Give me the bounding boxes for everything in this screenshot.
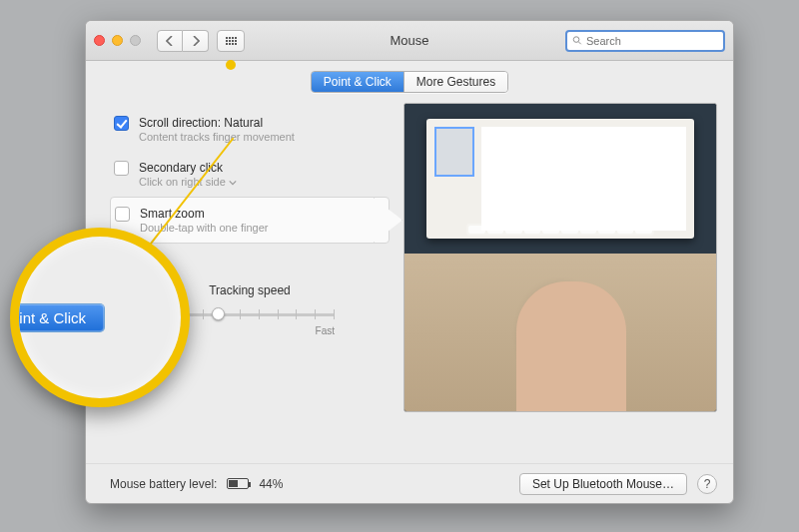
option-scroll-direction[interactable]: Scroll direction: Natural Content tracks…: [110, 107, 390, 152]
svg-point-0: [573, 37, 579, 43]
option-title: Smart zoom: [140, 207, 268, 221]
checkbox-smart-zoom[interactable]: [115, 207, 130, 222]
preview-screen: [426, 119, 694, 239]
preview-thumbnail: [434, 127, 474, 177]
checkbox-secondary-click[interactable]: [114, 161, 129, 176]
slider-max-label: Fast: [316, 325, 335, 336]
minimize-icon[interactable]: [112, 35, 123, 46]
preview-screen-area: [404, 104, 716, 254]
option-text: Scroll direction: Natural Content tracks…: [139, 116, 295, 143]
option-subtitle-text: Click on right side: [139, 176, 226, 188]
close-icon[interactable]: [94, 35, 105, 46]
main-content: Scroll direction: Natural Content tracks…: [86, 99, 733, 463]
option-text: Secondary click Click on right side: [139, 161, 237, 188]
preferences-window: Mouse Point & Click More Gestures Scroll…: [85, 20, 734, 504]
forward-button[interactable]: [183, 30, 209, 52]
chevron-down-icon[interactable]: [229, 179, 237, 187]
tab-row: Point & Click More Gestures: [86, 61, 733, 99]
search-field[interactable]: [565, 30, 725, 52]
option-title: Scroll direction: Natural: [139, 116, 295, 130]
gesture-preview: [403, 103, 717, 412]
window-controls: [94, 35, 141, 46]
back-button[interactable]: [157, 30, 183, 52]
option-subtitle: Content tracks finger movement: [139, 131, 295, 143]
tab-point-and-click[interactable]: Point & Click: [312, 72, 403, 92]
callout-anchor-dot: [226, 60, 236, 70]
grid-icon: [226, 37, 237, 45]
search-icon: [572, 35, 582, 46]
callout-magnifier: Point & Click: [10, 228, 190, 407]
checkbox-scroll-direction[interactable]: [114, 116, 129, 131]
chevron-left-icon: [166, 36, 174, 46]
tracking-speed-slider[interactable]: [165, 305, 335, 323]
preview-dock: [466, 224, 654, 236]
tab-more-gestures[interactable]: More Gestures: [403, 72, 507, 92]
battery-icon: [227, 478, 249, 489]
titlebar: Mouse: [86, 21, 733, 61]
slider-ticks: [165, 309, 335, 319]
preview-hand: [516, 281, 626, 412]
battery-label: Mouse battery level:: [110, 477, 217, 491]
callout-highlight-tab: Point & Click: [10, 304, 104, 331]
preview-desk-area: [404, 254, 716, 412]
option-secondary-click[interactable]: Secondary click Click on right side: [110, 152, 390, 197]
option-smart-zoom[interactable]: Smart zoom Double-tap with one finger: [110, 197, 390, 244]
battery-fill: [229, 480, 238, 487]
nav-group: [157, 30, 209, 52]
search-input[interactable]: [586, 35, 718, 47]
svg-line-1: [578, 42, 580, 44]
zoom-icon: [130, 35, 141, 46]
help-button[interactable]: ?: [697, 474, 717, 494]
show-all-button[interactable]: [217, 30, 245, 52]
preview-document: [481, 127, 686, 231]
option-title: Secondary click: [139, 161, 237, 175]
chevron-right-icon: [192, 36, 200, 46]
footer: Mouse battery level: 44% Set Up Bluetoot…: [86, 463, 733, 503]
slider-knob[interactable]: [212, 307, 225, 320]
option-subtitle: Click on right side: [139, 176, 237, 188]
setup-bluetooth-mouse-button[interactable]: Set Up Bluetooth Mouse…: [519, 473, 687, 495]
battery-percent: 44%: [259, 477, 283, 491]
segmented-control: Point & Click More Gestures: [311, 71, 508, 93]
